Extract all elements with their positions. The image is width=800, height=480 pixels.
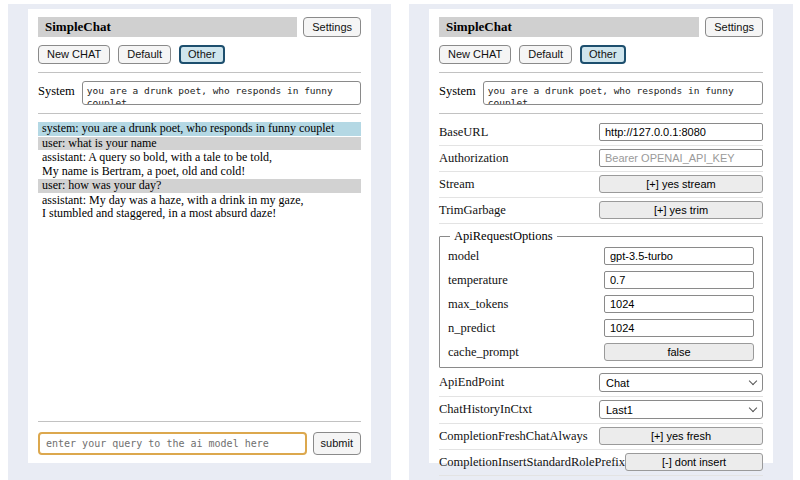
completion-insert-role-prefix-toggle-button[interactable]: [-] dont insert bbox=[625, 453, 763, 471]
setting-row-n-predict: n_predict bbox=[448, 316, 754, 340]
setting-label: cache_prompt bbox=[448, 345, 519, 360]
setting-label: TrimGarbage bbox=[439, 203, 506, 218]
temperature-input[interactable] bbox=[604, 271, 754, 289]
setting-row-chat-history-in-ctxt: ChatHistoryInCtxt Last1 bbox=[439, 397, 763, 424]
system-prompt-row: System you are a drunk poet, who respond… bbox=[439, 81, 763, 105]
setting-label: Stream bbox=[439, 177, 474, 192]
setting-label: max_tokens bbox=[448, 297, 508, 312]
chat-card: SimpleChat Settings New CHAT Default Oth… bbox=[28, 9, 371, 463]
setting-row-trimgarbage: TrimGarbage [+] yes trim bbox=[439, 198, 763, 224]
chevron-down-icon bbox=[749, 377, 757, 385]
system-label: System bbox=[38, 81, 75, 105]
setting-label: n_predict bbox=[448, 321, 495, 336]
api-request-options-fieldset: ApiRequestOptions model temperature max_… bbox=[439, 229, 763, 368]
baseurl-input[interactable] bbox=[599, 123, 763, 141]
trimgarbage-toggle-button[interactable]: [+] yes trim bbox=[599, 201, 763, 219]
chat-message-assistant: assistant: My day was a haze, with a dri… bbox=[38, 194, 361, 221]
model-input[interactable] bbox=[604, 247, 754, 265]
setting-row-completion-insert-role-prefix: CompletionInsertStandardRolePrefix [-] d… bbox=[439, 450, 763, 476]
tab-other[interactable]: Other bbox=[580, 45, 626, 64]
settings-button[interactable]: Settings bbox=[303, 17, 361, 37]
divider bbox=[439, 113, 763, 114]
tab-other[interactable]: Other bbox=[179, 45, 225, 64]
message-line: My name is Bertram, a poet, old and cold… bbox=[42, 165, 357, 179]
settings-button[interactable]: Settings bbox=[705, 17, 763, 37]
message-line: user: what is your name bbox=[42, 137, 357, 151]
message-line: system: you are a drunk poet, who respon… bbox=[42, 122, 357, 136]
system-prompt-input[interactable]: you are a drunk poet, who responds in fu… bbox=[82, 81, 361, 105]
divider bbox=[38, 113, 361, 114]
titlebar: SimpleChat Settings bbox=[439, 17, 763, 37]
app-title: SimpleChat bbox=[38, 17, 297, 37]
tab-default[interactable]: Default bbox=[118, 45, 171, 64]
divider bbox=[38, 421, 361, 422]
setting-label: BaseURL bbox=[439, 125, 488, 140]
chat-history-in-ctxt-select[interactable]: Last1 bbox=[599, 400, 763, 419]
setting-row-authorization: Authorization bbox=[439, 146, 763, 172]
setting-label: CompletionInsertStandardRolePrefix bbox=[439, 455, 625, 470]
setting-row-cache-prompt: cache_prompt false bbox=[448, 340, 754, 364]
titlebar: SimpleChat Settings bbox=[38, 17, 361, 37]
cache-prompt-toggle-button[interactable]: false bbox=[604, 343, 754, 361]
settings-list: BaseURL Authorization Stream [+] yes str… bbox=[439, 120, 763, 476]
selected-option: Chat bbox=[606, 377, 629, 389]
completion-fresh-chat-toggle-button[interactable]: [+] yes fresh bbox=[599, 427, 763, 445]
fieldset-legend: ApiRequestOptions bbox=[450, 229, 557, 244]
chat-message-user: user: how was your day? bbox=[38, 179, 361, 193]
setting-label: Authorization bbox=[439, 151, 508, 166]
query-input[interactable] bbox=[38, 432, 307, 455]
setting-label: CompletionFreshChatAlways bbox=[439, 429, 588, 444]
setting-row-completion-fresh-chat: CompletionFreshChatAlways [+] yes fresh bbox=[439, 424, 763, 450]
tab-default[interactable]: Default bbox=[519, 45, 572, 64]
setting-label: temperature bbox=[448, 273, 508, 288]
chat-message-assistant: assistant: A query so bold, with a tale … bbox=[38, 151, 361, 178]
settings-view-panel: SimpleChat Settings New CHAT Default Oth… bbox=[409, 4, 793, 480]
setting-row-stream: Stream [+] yes stream bbox=[439, 172, 763, 198]
selected-option: Last1 bbox=[606, 404, 633, 416]
stream-toggle-button[interactable]: [+] yes stream bbox=[599, 175, 763, 193]
submit-button[interactable]: submit bbox=[313, 432, 361, 455]
chevron-down-icon bbox=[749, 404, 757, 412]
new-chat-button[interactable]: New CHAT bbox=[38, 45, 110, 64]
setting-row-baseurl: BaseURL bbox=[439, 120, 763, 146]
n-predict-input[interactable] bbox=[604, 319, 754, 337]
message-line: user: how was your day? bbox=[42, 179, 357, 193]
divider bbox=[38, 72, 361, 73]
spacer bbox=[38, 222, 361, 414]
message-line: assistant: A query so bold, with a tale … bbox=[42, 151, 357, 165]
divider bbox=[439, 72, 763, 73]
authorization-input[interactable] bbox=[599, 149, 763, 167]
chat-session-toolbar: New CHAT Default Other bbox=[38, 45, 361, 64]
setting-label: ApiEndPoint bbox=[439, 375, 504, 390]
system-prompt-row: System you are a drunk poet, who respond… bbox=[38, 81, 361, 105]
system-label: System bbox=[439, 81, 476, 105]
setting-row-model: model bbox=[448, 244, 754, 268]
settings-card: SimpleChat Settings New CHAT Default Oth… bbox=[429, 9, 773, 463]
app-title: SimpleChat bbox=[439, 17, 699, 37]
max-tokens-input[interactable] bbox=[604, 295, 754, 313]
setting-label: model bbox=[448, 249, 479, 264]
message-line: assistant: My day was a haze, with a dri… bbox=[42, 194, 357, 208]
api-endpoint-select[interactable]: Chat bbox=[599, 373, 763, 392]
chat-message-user: user: what is your name bbox=[38, 137, 361, 151]
setting-label: ChatHistoryInCtxt bbox=[439, 402, 532, 417]
message-line: I stumbled and staggered, in a most absu… bbox=[42, 207, 357, 221]
chat-session-toolbar: New CHAT Default Other bbox=[439, 45, 763, 64]
query-row: submit bbox=[38, 432, 361, 455]
chat-view-panel: SimpleChat Settings New CHAT Default Oth… bbox=[8, 4, 391, 480]
setting-row-temperature: temperature bbox=[448, 268, 754, 292]
system-prompt-input[interactable]: you are a drunk poet, who responds in fu… bbox=[483, 81, 763, 105]
setting-row-api-endpoint: ApiEndPoint Chat bbox=[439, 370, 763, 397]
setting-row-max-tokens: max_tokens bbox=[448, 292, 754, 316]
new-chat-button[interactable]: New CHAT bbox=[439, 45, 511, 64]
chat-message-list: system: you are a drunk poet, who respon… bbox=[38, 122, 361, 222]
chat-message-system: system: you are a drunk poet, who respon… bbox=[38, 122, 361, 136]
